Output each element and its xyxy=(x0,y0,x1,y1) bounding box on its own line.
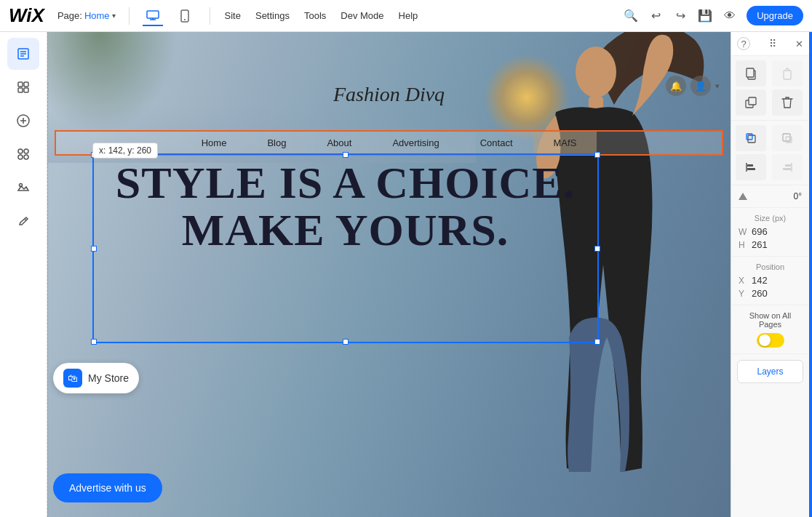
coords-tooltip: x: 142, y: 260 xyxy=(92,143,158,159)
mobile-view-icon[interactable] xyxy=(175,6,195,26)
svg-point-22 xyxy=(576,47,616,97)
elements-sidebar-icon[interactable] xyxy=(7,71,39,103)
svg-line-21 xyxy=(25,219,26,220)
show-all-pages-label: Show on All Pages xyxy=(739,311,802,329)
panel-help-icon[interactable]: ? xyxy=(737,37,750,50)
svg-rect-32 xyxy=(786,137,792,143)
panel-top-bar: ? ⠿ ✕ xyxy=(731,32,809,56)
layers-button[interactable]: Layers xyxy=(737,360,803,383)
rotate-section: 0° xyxy=(731,185,809,208)
preview-nav-about[interactable]: About xyxy=(306,132,372,154)
svg-point-18 xyxy=(18,155,23,159)
zoom-out-icon[interactable]: 🔍 xyxy=(620,5,642,27)
save-icon[interactable]: 💾 xyxy=(694,5,716,27)
svg-point-19 xyxy=(24,155,28,159)
send-backward-icon-btn[interactable] xyxy=(772,125,803,151)
apps-sidebar-icon[interactable] xyxy=(7,138,39,170)
svg-point-16 xyxy=(18,149,23,153)
preview-nav-mafs[interactable]: MAfS xyxy=(533,132,597,154)
preview-nav-blog[interactable]: Blog xyxy=(247,132,306,154)
preview-icon[interactable]: 👁 xyxy=(719,5,741,27)
y-row: Y 260 xyxy=(739,288,802,299)
bring-forward-icon-btn[interactable] xyxy=(736,125,766,151)
height-value: 261 xyxy=(752,239,768,250)
panel-grid-icon[interactable]: ⠿ xyxy=(769,38,776,49)
position-section: Position X 142 Y 260 xyxy=(731,257,809,305)
delete-icon-btn[interactable] xyxy=(772,89,803,116)
preview-profile-area: 🔔 👤 ▾ xyxy=(666,76,720,96)
height-label: H xyxy=(739,240,747,250)
my-store-button[interactable]: 🛍 My Store xyxy=(53,363,139,393)
svg-rect-11 xyxy=(18,88,23,92)
desktop-view-icon[interactable] xyxy=(143,6,163,26)
svg-rect-37 xyxy=(785,164,791,167)
chevron-down-icon[interactable]: ▾ xyxy=(715,81,720,91)
align-right-icon-btn[interactable] xyxy=(772,154,803,180)
settings-nav-item[interactable]: Settings xyxy=(255,10,290,21)
wix-logo: WiX xyxy=(9,4,44,27)
divider-1 xyxy=(129,7,130,25)
media-sidebar-icon[interactable] xyxy=(7,172,39,204)
preview-nav-contact[interactable]: Contact xyxy=(460,132,533,154)
align-left-icon-btn[interactable] xyxy=(736,154,766,180)
canvas-area: Home Blog About Advertising Contact MAfS… xyxy=(47,32,731,517)
redo-icon[interactable]: ↪ xyxy=(669,5,691,27)
svg-rect-9 xyxy=(18,82,23,87)
top-bar: WiX Page: Home ▾ Site Settings Tools Dev… xyxy=(0,0,812,32)
guide-line-vertical xyxy=(47,32,48,517)
topbar-actions: 🔍 ↩ ↪ 💾 👁 Upgrade xyxy=(620,5,803,27)
svg-rect-0 xyxy=(147,11,159,18)
preview-nav-advertising[interactable]: Advertising xyxy=(372,132,459,154)
svg-rect-12 xyxy=(24,88,28,92)
devmode-nav-item[interactable]: Dev Mode xyxy=(341,10,383,21)
help-nav-item[interactable]: Help xyxy=(399,10,418,21)
x-label: X xyxy=(739,276,747,286)
woman-silhouette xyxy=(461,32,709,490)
site-nav-item[interactable]: Site xyxy=(225,10,241,21)
blog-sidebar-icon[interactable] xyxy=(7,205,39,237)
topbar-nav: Site Settings Tools Dev Mode Help xyxy=(225,10,418,21)
upgrade-button[interactable]: Upgrade xyxy=(747,6,803,25)
show-all-pages-toggle[interactable] xyxy=(757,333,784,348)
page-chevron-icon[interactable]: ▾ xyxy=(112,12,116,20)
y-label: Y xyxy=(739,289,747,299)
svg-rect-34 xyxy=(747,164,753,167)
page-indicator: Page: Home ▾ xyxy=(57,10,116,21)
svg-rect-28 xyxy=(749,97,756,105)
preview-nav-home[interactable]: Home xyxy=(181,132,247,154)
undo-icon[interactable]: ↩ xyxy=(645,5,666,27)
divider-2 xyxy=(210,7,210,25)
size-section: Size (px) W 696 H 261 xyxy=(731,208,809,257)
svg-rect-35 xyxy=(747,168,755,170)
toggle-knob xyxy=(759,334,771,346)
copy-icon-btn[interactable] xyxy=(736,60,766,87)
x-value: 142 xyxy=(752,275,768,286)
toggle-row xyxy=(739,333,802,348)
paste-icon-btn[interactable] xyxy=(772,60,803,87)
svg-rect-25 xyxy=(747,68,754,77)
position-title: Position xyxy=(739,262,802,271)
x-row: X 142 xyxy=(739,275,802,286)
y-value: 260 xyxy=(752,288,768,299)
height-row: H 261 xyxy=(739,239,802,250)
rotate-value: 0° xyxy=(794,191,802,201)
width-row: W 696 xyxy=(739,226,802,237)
width-label: W xyxy=(739,227,747,237)
add-element-sidebar-icon[interactable] xyxy=(7,105,39,137)
rotate-triangle-icon xyxy=(739,193,747,200)
bell-icon[interactable]: 🔔 xyxy=(666,76,686,96)
page-name[interactable]: Home xyxy=(84,10,110,21)
svg-rect-10 xyxy=(24,82,28,87)
pages-sidebar-icon[interactable] xyxy=(7,38,39,70)
store-icon: 🛍 xyxy=(63,369,82,388)
hero-text-element[interactable]: STYLE IS A CHOICE. MAKE YOURS. xyxy=(92,159,598,254)
svg-rect-30 xyxy=(747,134,752,140)
tools-nav-item[interactable]: Tools xyxy=(304,10,326,21)
svg-point-4 xyxy=(184,19,186,20)
avatar-icon[interactable]: 👤 xyxy=(690,76,711,96)
advertise-button[interactable]: Advertise with us xyxy=(53,473,162,502)
panel-close-icon[interactable]: ✕ xyxy=(795,39,803,49)
right-properties-panel: ? ⠿ ✕ xyxy=(731,32,809,517)
duplicate-icon-btn[interactable] xyxy=(736,89,766,116)
blue-edge-indicator xyxy=(809,32,812,517)
